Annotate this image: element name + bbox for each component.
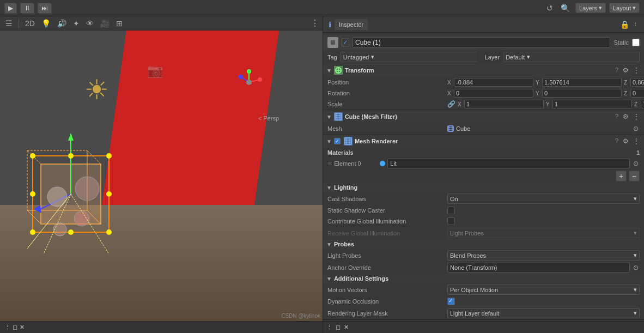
static-shadow-checkbox[interactable] (447, 207, 455, 214)
position-label: Position (327, 79, 447, 86)
inspector-bottom-close[interactable]: ✕ (344, 324, 349, 331)
rendering-layer-dropdown[interactable]: Light Layer default ▾ (447, 308, 640, 318)
cube-wireframe (11, 129, 147, 265)
receive-gi-value: Light Probes ▾ (447, 228, 640, 238)
scale-lock-icon[interactable]: 🔗 (447, 100, 455, 108)
layout-dropdown[interactable]: Layout ▾ (609, 3, 640, 13)
meshfilter-more-icon[interactable]: ⋮ (632, 113, 641, 120)
material-dot-icon (380, 161, 385, 166)
static-checkbox[interactable] (632, 39, 640, 46)
viewport-menu-button[interactable]: ☰ (3, 18, 15, 29)
material-target-icon[interactable]: ⊙ (632, 160, 640, 167)
light-probes-dropdown[interactable]: Blend Probes ▾ (447, 250, 640, 261)
probes-title: Probes (334, 241, 641, 247)
history-button[interactable]: ↺ (544, 3, 555, 14)
gameobject-name-input[interactable] (353, 37, 610, 48)
viewport-more-icon[interactable]: ⋮ (311, 19, 319, 28)
rotation-y-input[interactable] (542, 89, 622, 98)
step-button[interactable]: ⏭ (38, 3, 52, 14)
pause-button[interactable]: ⏸ (20, 3, 34, 14)
play-button[interactable]: ▶ (4, 3, 17, 14)
hidden-button[interactable]: 👁 (84, 18, 96, 29)
position-z-label: Z (624, 80, 629, 86)
receive-gi-dropdown[interactable]: Light Probes ▾ (447, 228, 640, 238)
lighting-section-header[interactable]: ▼ Lighting (323, 183, 644, 192)
rotation-z-input[interactable] (630, 89, 644, 98)
lighting-collapse: ▼ (326, 185, 332, 191)
anchor-override-field[interactable]: None (Transform) (447, 263, 630, 273)
search-button[interactable]: 🔍 (558, 3, 572, 14)
inspector-more-icon[interactable]: ⋮ (633, 21, 639, 28)
audio-button[interactable]: 🔊 (55, 18, 69, 29)
transform-more-icon[interactable]: ⋮ (632, 66, 641, 74)
bottom-more-icon[interactable]: ⋮ (4, 324, 10, 331)
bottom-window-icon[interactable]: ◻ (13, 324, 17, 331)
contribute-gi-row: Contribute Global Illumination (323, 216, 644, 227)
bottom-close-icon[interactable]: ✕ (20, 324, 25, 331)
remove-material-button[interactable]: − (629, 171, 640, 181)
layer-dropdown[interactable]: Default ▾ (503, 52, 640, 62)
contribute-gi-checkbox[interactable] (447, 217, 455, 225)
additional-settings-header[interactable]: ▼ Additional Settings (323, 274, 644, 283)
scale-z-input[interactable] (641, 100, 644, 108)
scale-y-input[interactable] (552, 100, 632, 108)
inspector-bottom-more[interactable]: ⋮ (326, 324, 332, 331)
scale-x-label: X (458, 101, 463, 107)
rotation-x-input[interactable] (454, 89, 533, 98)
inspector-bottom-window[interactable]: ◻ (336, 324, 341, 331)
2d-button[interactable]: 2D (23, 18, 37, 29)
receive-gi-chevron: ▾ (634, 229, 637, 237)
overlay-button[interactable]: ⊞ (114, 18, 125, 29)
svg-rect-37 (331, 40, 335, 45)
transform-help-icon[interactable]: ? (614, 66, 619, 74)
add-material-button[interactable]: + (616, 171, 627, 181)
scale-x-input[interactable] (464, 100, 544, 108)
tag-layer-row: Tag Untagged ▾ Layer Default ▾ (323, 50, 644, 64)
position-y-input[interactable] (542, 78, 622, 87)
material-field[interactable]: Lit (387, 159, 630, 168)
transform-settings-icon[interactable]: ⚙ (622, 66, 630, 74)
meshfilter-settings-icon[interactable]: ⚙ (622, 113, 630, 120)
layer-label: Layer (485, 54, 500, 60)
tag-dropdown[interactable]: Untagged ▾ (341, 52, 477, 62)
svg-point-24 (53, 223, 66, 236)
svg-point-6 (246, 80, 252, 85)
meshrenderer-more-icon[interactable]: ⋮ (632, 137, 641, 145)
toolbar-divider (19, 19, 19, 28)
rendering-layer-label: Rendering Layer Mask (327, 310, 447, 317)
probes-section-header[interactable]: ▼ Probes (323, 239, 644, 249)
scale-xyz: X Y Z (458, 100, 644, 108)
camera-button[interactable]: 🎥 (98, 18, 112, 29)
meshfilter-help-icon[interactable]: ? (614, 113, 619, 120)
gameobject-enabled-checkbox[interactable] (342, 39, 349, 46)
inspector-lock-icon[interactable]: 🔒 (620, 20, 629, 29)
transform-header[interactable]: ▼ Transform ? ⚙ ⋮ (323, 64, 644, 77)
meshrenderer-settings-icon[interactable]: ⚙ (622, 137, 630, 145)
dynamic-occlusion-label: Dynamic Occlusion (327, 298, 447, 305)
cast-shadows-dropdown[interactable]: On ▾ (447, 193, 640, 204)
position-x-input[interactable] (454, 78, 533, 87)
meshrenderer-enabled-checkbox[interactable]: ✓ (334, 138, 341, 144)
dynamic-occlusion-value (447, 298, 640, 305)
meshrenderer-help-icon[interactable]: ? (614, 137, 619, 145)
meshrenderer-header[interactable]: ▼ ✓ Mesh Renderer ? ⚙ (323, 135, 644, 148)
viewport-canvas[interactable]: ☀ 📷 < Persp (0, 31, 323, 321)
fx-button[interactable]: ✦ (71, 18, 82, 29)
light-button[interactable]: 💡 (39, 18, 53, 29)
dynamic-occlusion-checkbox[interactable] (447, 298, 455, 305)
anchor-override-target-icon[interactable]: ⊙ (632, 264, 640, 271)
motion-vectors-dropdown[interactable]: Per Object Motion ▾ (447, 284, 640, 295)
element0-label: Element 0 (334, 160, 378, 167)
meshfilter-actions: ? ⚙ ⋮ (614, 113, 641, 120)
anchor-override-label: Anchor Override (327, 264, 447, 271)
gizmo (235, 69, 263, 96)
mesh-target-icon[interactable]: ⊙ (632, 125, 640, 132)
svg-line-10 (87, 150, 101, 164)
meshfilter-header[interactable]: ▼ Cube (Mesh Filter) ? ⚙ (323, 110, 644, 123)
svg-point-3 (258, 77, 262, 82)
layers-dropdown[interactable]: Layers ▾ (575, 3, 606, 13)
cast-shadows-label: Cast Shadows (327, 196, 447, 202)
svg-point-28 (106, 229, 112, 235)
position-z-input[interactable] (630, 78, 644, 87)
inspector-tab[interactable]: Inspector (335, 19, 368, 30)
